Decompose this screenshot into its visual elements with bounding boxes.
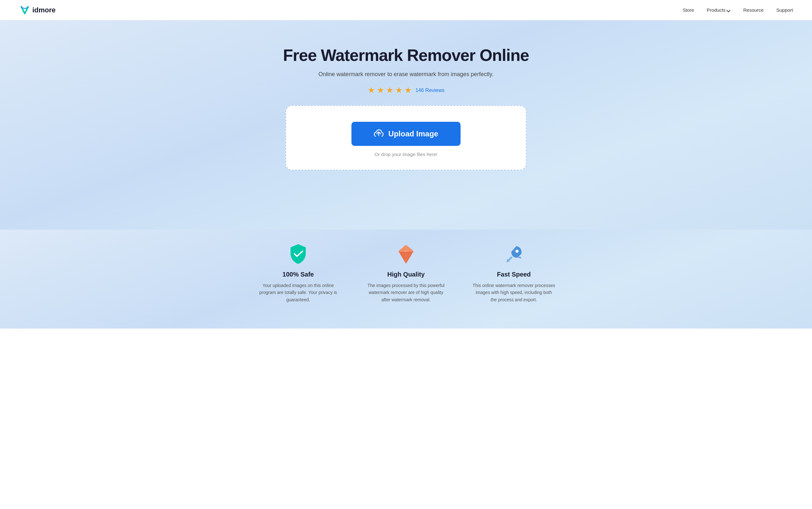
nav-resource[interactable]: Resource — [743, 7, 764, 13]
nav: Store Products Resource Support — [683, 7, 793, 13]
reviews-link[interactable]: 146 Reviews — [415, 88, 445, 93]
upload-image-button[interactable]: Upload Image — [351, 122, 460, 146]
upload-box: Upload Image Or drop your image files he… — [285, 105, 527, 170]
upload-cloud-icon — [374, 129, 384, 139]
diamond-icon — [395, 242, 417, 265]
rocket-icon — [502, 242, 525, 265]
nav-support[interactable]: Support — [776, 7, 793, 13]
logo-text: idmore — [32, 6, 56, 14]
features-section: 100% Safe Your uploaded images on this o… — [0, 230, 812, 329]
header: idmore Store Products Resource Support — [0, 0, 812, 20]
hero-section: Free Watermark Remover Online Online wat… — [0, 20, 812, 230]
hero-title: Free Watermark Remover Online — [13, 46, 799, 65]
logo-icon — [19, 4, 30, 16]
feature-speed-desc: This online watermark remover processes … — [473, 282, 555, 303]
stars-row: ★ ★ ★ ★ ★ 146 Reviews — [13, 85, 799, 95]
drop-text: Or drop your image files here! — [375, 151, 437, 157]
star-5: ★ — [404, 85, 412, 95]
upload-button-label: Upload Image — [388, 129, 438, 138]
logo[interactable]: idmore — [19, 4, 56, 16]
star-1: ★ — [368, 85, 375, 95]
feature-quality-title: High Quality — [387, 271, 425, 278]
svg-point-4 — [515, 249, 518, 253]
feature-safe-title: 100% Safe — [282, 271, 314, 278]
feature-quality-desc: The images processed by this powerful wa… — [365, 282, 447, 303]
feature-speed: Fast Speed This online watermark remover… — [473, 242, 555, 303]
nav-products[interactable]: Products — [707, 7, 731, 13]
nav-store[interactable]: Store — [683, 7, 694, 13]
chevron-down-icon — [727, 8, 731, 12]
feature-safe: 100% Safe Your uploaded images on this o… — [257, 242, 339, 303]
star-3: ★ — [386, 85, 393, 95]
feature-speed-title: Fast Speed — [497, 271, 531, 278]
star-2: ★ — [377, 85, 384, 95]
star-4: ★ — [395, 85, 403, 95]
shield-icon — [287, 242, 310, 265]
feature-safe-desc: Your uploaded images on this online prog… — [257, 282, 339, 303]
feature-quality: High Quality The images processed by thi… — [365, 242, 447, 303]
hero-subtitle: Online watermark remover to erase waterm… — [13, 71, 799, 78]
